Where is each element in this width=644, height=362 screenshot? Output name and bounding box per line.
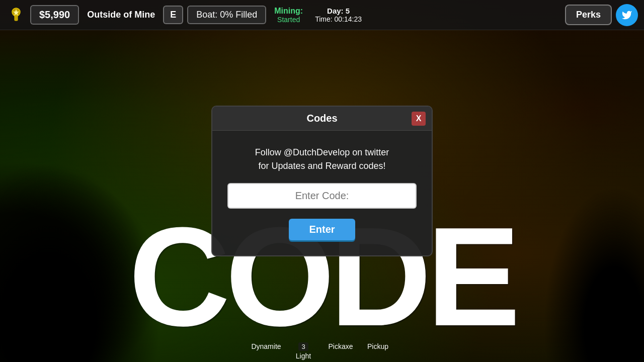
time-label: Time: 00:14:23 [315,15,362,23]
modal-body: Follow @DutchDevelop on twitterfor Updat… [212,131,432,255]
modal-close-button[interactable]: X [412,112,426,126]
enter-button[interactable]: Enter [289,219,355,240]
mining-status: Mining: Started [270,5,307,26]
toolbar-slot-1: Dynamite [249,342,284,360]
mining-state: Started [277,16,300,24]
location-display: Outside of Mine [83,10,159,20]
modal-header: Codes X [212,107,432,131]
day-time-display: Day: 5 Time: 00:14:23 [311,5,366,25]
modal-title: Codes [306,113,337,124]
twitter-button[interactable] [616,4,638,26]
hud-bar: $5,990 Outside of Mine E Boat: 0% Filled… [0,0,644,30]
toolbar-slot-4: Pickup [360,342,395,360]
badge-icon [6,5,26,25]
bottom-toolbar: Dynamite 3 Light Pickaxe Pickup [249,342,395,362]
tool-label-pickup: Pickup [367,342,388,350]
toolbar-slot-2: 3 Light [286,342,321,360]
tool-badge: 3 [298,342,308,351]
codes-modal: Codes X Follow @DutchDevelop on twitterf… [211,106,433,256]
foliage-right [543,186,644,362]
modal-description: Follow @DutchDevelop on twitterfor Updat… [255,146,389,173]
code-input[interactable] [227,183,417,209]
day-label: Day: 5 [327,7,350,15]
boat-display: Boat: 0% Filled [187,6,266,24]
tool-label-dynamite: Dynamite [251,342,281,350]
mining-label: Mining: [274,7,303,16]
toolbar-slot-3: Pickaxe [323,342,358,360]
tool-label-pickaxe: Pickaxe [328,342,353,350]
money-display: $5,990 [30,5,79,25]
tool-label-light: Light [296,352,311,360]
perks-button[interactable]: Perks [565,5,612,25]
svg-rect-2 [15,16,18,21]
equip-button[interactable]: E [163,6,183,24]
